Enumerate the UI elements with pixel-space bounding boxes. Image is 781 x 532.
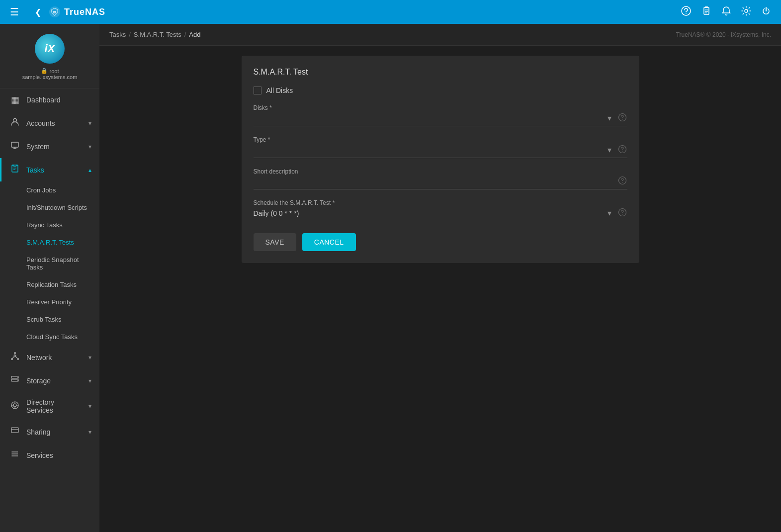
- sidebar-sub-item-replication-tasks[interactable]: Replication Tasks: [0, 276, 99, 293]
- sidebar-item-label: Sharing: [26, 428, 83, 436]
- short-description-input-row: [254, 176, 627, 189]
- sidebar-item-accounts[interactable]: Accounts ▾: [0, 111, 99, 135]
- short-description-help-icon[interactable]: [617, 176, 627, 187]
- sidebar-sub-item-resilver-priority[interactable]: Resilver Priority: [0, 293, 99, 311]
- svg-text:iX: iX: [53, 10, 56, 14]
- sidebar-item-directory-services[interactable]: Directory Services ▾: [0, 392, 99, 420]
- user-lock-row: 🔒 root: [41, 68, 59, 74]
- sidebar-item-label: Services: [26, 451, 91, 459]
- schedule-value-row: Daily (0 0 * * *) ▾: [254, 207, 627, 221]
- breadcrumb-link-tasks[interactable]: Tasks: [109, 31, 126, 38]
- svg-point-46: [622, 119, 622, 119]
- disks-help-icon[interactable]: [617, 113, 627, 124]
- svg-line-26: [16, 356, 17, 358]
- short-description-input[interactable]: [254, 177, 613, 187]
- main-layout: iX 🔒 root sample.ixsystems.com ▦ Dashboa…: [0, 24, 781, 532]
- lock-icon: 🔒: [41, 68, 48, 74]
- short-description-field: Short description: [254, 168, 627, 189]
- svg-rect-37: [11, 428, 18, 433]
- sidebar-sub-item-label: Rsync Tasks: [26, 221, 63, 229]
- sidebar-item-tasks[interactable]: Tasks ▴: [0, 158, 99, 181]
- cancel-button[interactable]: CANCEL: [302, 233, 356, 251]
- sidebar-sub-item-label: S.M.A.R.T. Tests: [26, 239, 74, 246]
- accounts-icon: [9, 117, 20, 129]
- copyright-text: TrueNAS® © 2020 - iXsystems, Inc.: [676, 31, 771, 38]
- all-disks-checkbox-row: All Disks: [254, 87, 627, 94]
- schedule-label-top: Schedule the S.M.A.R.T. Test *: [254, 199, 627, 206]
- type-label: Type *: [254, 136, 627, 143]
- sidebar-sub-item-label: Replication Tasks: [26, 281, 77, 288]
- svg-line-25: [12, 356, 14, 358]
- directory-services-icon: [9, 401, 20, 412]
- sidebar-item-storage[interactable]: Storage ▾: [0, 369, 99, 392]
- svg-point-2: [682, 6, 691, 15]
- top-header: ☰ ❮ iX TrueNAS: [0, 0, 781, 24]
- svg-point-52: [622, 214, 622, 214]
- sidebar-item-label: Network: [26, 354, 83, 361]
- type-dropdown-icon[interactable]: ▾: [606, 144, 613, 156]
- schedule-help-icon[interactable]: [617, 208, 627, 219]
- short-description-label: Short description: [254, 168, 627, 175]
- chevron-down-icon: ▾: [88, 377, 91, 384]
- svg-rect-14: [12, 165, 18, 172]
- notifications-icon-button[interactable]: [717, 3, 735, 21]
- breadcrumb-bar: Tasks / S.M.A.R.T. Tests / Add TrueNAS® …: [99, 24, 781, 46]
- svg-point-22: [17, 358, 19, 360]
- schedule-field: Schedule the S.M.A.R.T. Test * Daily (0 …: [254, 199, 627, 221]
- breadcrumb-sep-1: /: [129, 31, 131, 38]
- services-icon: [9, 449, 20, 461]
- sidebar-sub-item-scrub-tasks[interactable]: Scrub Tasks: [0, 311, 99, 328]
- disks-dropdown-icon[interactable]: ▾: [606, 112, 613, 124]
- menu-button[interactable]: ☰: [6, 4, 23, 20]
- disks-input[interactable]: [254, 114, 602, 124]
- sidebar-sub-item-periodic-snapshot[interactable]: Periodic Snapshot Tasks: [0, 251, 99, 276]
- sidebar-sub-item-rsync-tasks[interactable]: Rsync Tasks: [0, 216, 99, 234]
- feedback-icon-button[interactable]: [677, 2, 695, 22]
- content-area: Tasks / S.M.A.R.T. Tests / Add TrueNAS® …: [99, 24, 781, 532]
- sidebar-item-network[interactable]: Network ▾: [0, 346, 99, 369]
- save-button[interactable]: SAVE: [254, 233, 296, 251]
- svg-point-21: [11, 358, 13, 360]
- all-disks-checkbox[interactable]: [254, 87, 261, 94]
- clipboard-icon-button[interactable]: [697, 3, 715, 21]
- breadcrumb-link-smart-tests[interactable]: S.M.A.R.T. Tests: [134, 31, 181, 38]
- all-disks-label[interactable]: All Disks: [266, 87, 293, 94]
- sidebar-sub-item-smart-tests[interactable]: S.M.A.R.T. Tests: [0, 234, 99, 251]
- svg-rect-11: [11, 142, 18, 147]
- schedule-dropdown-icon[interactable]: ▾: [606, 207, 613, 219]
- sidebar-sub-item-init-shutdown[interactable]: Init/Shutdown Scripts: [0, 199, 99, 216]
- svg-point-30: [17, 380, 18, 381]
- user-hostname: sample.ixsystems.com: [22, 74, 78, 80]
- sidebar-item-dashboard[interactable]: ▦ Dashboard: [0, 89, 99, 111]
- type-input[interactable]: [254, 146, 602, 156]
- power-icon-button[interactable]: [757, 3, 775, 21]
- sidebar-item-sharing[interactable]: Sharing ▾: [0, 420, 99, 443]
- sidebar-item-label: Accounts: [26, 119, 83, 127]
- disks-field: Disks * ▾: [254, 104, 627, 126]
- collapse-button[interactable]: ❮: [31, 5, 45, 19]
- disks-label: Disks *: [254, 104, 627, 111]
- type-field: Type * ▾: [254, 136, 627, 158]
- sidebar-sub-item-cloud-sync-tasks[interactable]: Cloud Sync Tasks: [0, 328, 99, 346]
- type-input-row: ▾: [254, 144, 627, 158]
- logo-area: ☰ ❮ iX TrueNAS: [6, 3, 105, 21]
- breadcrumb-sep-2: /: [184, 31, 186, 38]
- sidebar-item-system[interactable]: System ▾: [0, 135, 99, 158]
- avatar: iX: [35, 34, 65, 64]
- sidebar-item-label: Storage: [26, 377, 83, 385]
- username: root: [50, 68, 59, 74]
- sidebar-sub-item-label: Scrub Tasks: [26, 316, 62, 323]
- sidebar-sub-item-cron-jobs[interactable]: Cron Jobs: [0, 181, 99, 199]
- svg-rect-5: [705, 6, 708, 8]
- truenas-logo-icon: iX: [49, 3, 60, 21]
- type-help-icon[interactable]: [617, 145, 627, 156]
- tasks-icon: [9, 164, 20, 176]
- storage-icon: [9, 375, 20, 386]
- settings-icon-button[interactable]: [737, 3, 755, 21]
- svg-rect-4: [704, 7, 709, 14]
- avatar-letter: iX: [45, 42, 55, 55]
- chevron-down-icon: ▾: [88, 403, 91, 410]
- sidebar-item-services[interactable]: Services: [0, 443, 99, 467]
- chevron-down-icon: ▾: [88, 354, 91, 361]
- content-scroll: S.M.A.R.T. Test All Disks Disks * ▾: [99, 46, 781, 532]
